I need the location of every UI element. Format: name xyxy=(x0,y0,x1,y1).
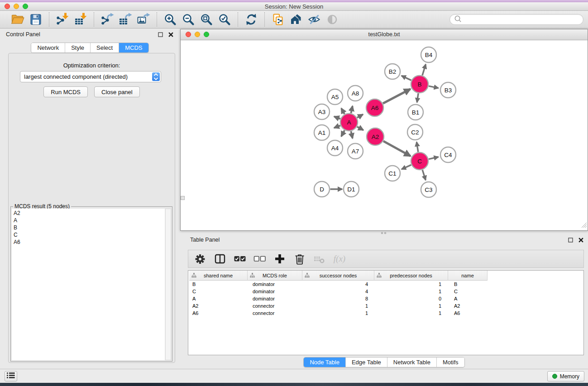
edge-A2-C[interactable] xyxy=(383,141,411,156)
table-row[interactable]: A6connector11A6 xyxy=(188,310,583,317)
edge-A-A5[interactable] xyxy=(341,108,344,114)
optimization-criterion-select[interactable]: largest connected component (directed) xyxy=(20,71,161,82)
node-C4[interactable]: C4 xyxy=(440,147,456,162)
edge-C-C4[interactable] xyxy=(429,157,439,159)
mcds-result-item[interactable]: B xyxy=(12,224,165,231)
column-header-predecessor-nodes[interactable]: predecessor nodes xyxy=(374,271,448,281)
select-all-button[interactable] xyxy=(233,252,247,266)
node-C[interactable]: C xyxy=(411,152,428,170)
float-table-panel-icon[interactable] xyxy=(568,237,574,243)
network-canvas[interactable]: AA1A2A3A4A5A6A7A8BB1B2B3B4CC1C2C3C4DD1 xyxy=(181,40,588,230)
zoom-out-button[interactable] xyxy=(180,12,196,27)
import-network-button[interactable] xyxy=(54,12,71,27)
node-A[interactable]: A xyxy=(340,114,358,131)
zoom-in-button[interactable] xyxy=(162,12,178,27)
tab-select[interactable]: Select xyxy=(90,43,119,52)
task-history-button[interactable] xyxy=(5,371,17,381)
mcds-result-item[interactable]: A2 xyxy=(12,210,165,217)
node-A8[interactable]: A8 xyxy=(348,86,363,101)
hide-selected-button[interactable] xyxy=(306,12,322,27)
node-D1[interactable]: D1 xyxy=(344,181,359,197)
tab-mcds[interactable]: MCDS xyxy=(119,43,148,52)
tab-network-table[interactable]: Network Table xyxy=(387,357,436,367)
column-header-successor-nodes[interactable]: successor nodes xyxy=(302,271,374,281)
save-session-button[interactable] xyxy=(28,12,44,27)
resize-grip-icon[interactable] xyxy=(580,221,587,230)
column-header-mcds-role[interactable]: MCDS role xyxy=(248,271,302,281)
node-D[interactable]: D xyxy=(314,181,330,197)
edge-C-C2[interactable] xyxy=(416,142,418,152)
edge-B-B3[interactable] xyxy=(429,86,438,88)
edge-A-A8[interactable] xyxy=(351,106,352,113)
edge-C-C1[interactable] xyxy=(402,165,411,169)
node-A6[interactable]: A6 xyxy=(366,99,383,116)
first-neighbors-button[interactable] xyxy=(288,12,304,27)
node-C3[interactable]: C3 xyxy=(421,182,436,197)
table-row[interactable]: Adominator80A xyxy=(188,295,583,302)
node-C1[interactable]: C1 xyxy=(385,166,400,181)
column-header-name[interactable]: name xyxy=(448,271,488,281)
node-B3[interactable]: B3 xyxy=(440,82,456,98)
search-input[interactable] xyxy=(464,16,579,23)
import-table-icon xyxy=(74,13,87,26)
node-B[interactable]: B xyxy=(411,76,428,93)
float-panel-icon[interactable] xyxy=(158,32,163,38)
zoom-selected-button[interactable] xyxy=(216,12,233,27)
node-A5[interactable]: A5 xyxy=(327,89,343,105)
tab-edge-table[interactable]: Edge Table xyxy=(345,357,387,367)
split-view-button[interactable] xyxy=(213,252,227,266)
zoom-fit-button[interactable] xyxy=(198,12,215,27)
node-C2[interactable]: C2 xyxy=(407,124,423,140)
edge-A-A6[interactable] xyxy=(357,114,363,118)
horizontal-splitter-grip[interactable] xyxy=(381,232,386,234)
edge-A-A4[interactable] xyxy=(341,130,344,137)
search-field[interactable] xyxy=(449,14,583,25)
import-table-button[interactable] xyxy=(72,12,89,27)
close-panel-button[interactable]: Close panel xyxy=(94,86,140,97)
node-A4[interactable]: A4 xyxy=(327,140,343,156)
close-panel-icon[interactable] xyxy=(168,32,174,38)
mcds-list-scrollbar[interactable] xyxy=(165,209,171,360)
edge-B-B4[interactable] xyxy=(422,64,426,75)
node-B2[interactable]: B2 xyxy=(385,64,400,79)
export-table-button[interactable] xyxy=(117,12,134,27)
edge-B-B1[interactable] xyxy=(417,93,418,102)
node-A3[interactable]: A3 xyxy=(314,104,330,119)
duplicate-network-button[interactable] xyxy=(270,12,286,27)
deselect-all-button[interactable] xyxy=(253,252,267,266)
delete-button[interactable] xyxy=(292,252,307,266)
tab-style[interactable]: Style xyxy=(65,43,90,52)
node-A1[interactable]: A1 xyxy=(314,125,330,140)
edge-A-A1[interactable] xyxy=(334,125,340,128)
tab-motifs[interactable]: Motifs xyxy=(436,357,464,367)
node-B4[interactable]: B4 xyxy=(421,47,436,62)
tab-node-table[interactable]: Node Table xyxy=(304,357,345,367)
table-row[interactable]: A2connector11A2 xyxy=(188,302,583,310)
edge-C-C3[interactable] xyxy=(422,170,425,181)
node-A2[interactable]: A2 xyxy=(367,128,384,145)
open-file-button[interactable] xyxy=(10,12,26,27)
mcds-result-item[interactable]: C xyxy=(12,231,165,238)
export-network-button[interactable] xyxy=(99,12,115,27)
node-A7[interactable]: A7 xyxy=(348,143,363,159)
column-header-shared-name[interactable]: shared name xyxy=(189,271,248,281)
run-mcds-button[interactable]: Run MCDS xyxy=(43,86,88,97)
mcds-result-item[interactable]: A6 xyxy=(12,238,165,246)
settings-button[interactable] xyxy=(193,252,207,266)
table-row[interactable]: Cdominator41C xyxy=(188,288,583,295)
table-row[interactable]: Bdominator41B xyxy=(188,281,583,288)
edge-A-A3[interactable] xyxy=(334,116,340,119)
edge-A6-B[interactable] xyxy=(383,89,411,104)
export-image-button[interactable] xyxy=(135,12,152,27)
edge-A-A7[interactable] xyxy=(351,131,352,138)
mcds-result-item[interactable]: A xyxy=(12,217,165,224)
edge-A-A2[interactable] xyxy=(357,127,363,130)
memory-button[interactable]: Memory xyxy=(547,371,584,381)
edge-B-B2[interactable] xyxy=(402,76,411,80)
close-table-panel-icon[interactable] xyxy=(578,237,584,243)
splitter-grip[interactable] xyxy=(181,196,185,200)
refresh-button[interactable] xyxy=(243,12,259,27)
tab-network[interactable]: Network xyxy=(31,43,65,52)
add-button[interactable] xyxy=(272,252,287,266)
node-B1[interactable]: B1 xyxy=(408,105,423,120)
